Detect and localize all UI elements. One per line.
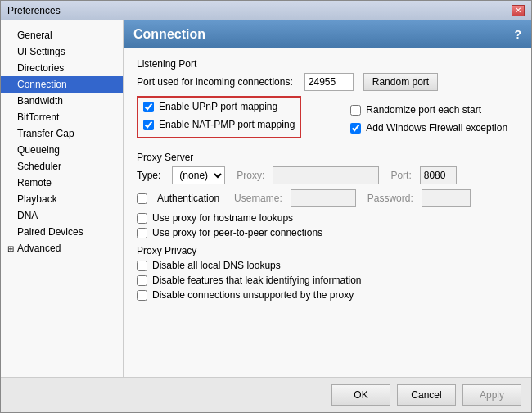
help-icon[interactable]: ?: [514, 28, 521, 41]
p2p-proxy-row: Use proxy for peer-to-peer connections: [137, 227, 518, 238]
password-input[interactable]: [422, 189, 471, 207]
sidebar-item-remote[interactable]: Remote: [1, 175, 123, 191]
proxy-privacy-label: Proxy Privacy: [137, 245, 518, 256]
close-button[interactable]: ✕: [512, 5, 525, 16]
port-used-label: Port used for incoming connections:: [137, 76, 293, 88]
sidebar-item-transfer-cap[interactable]: Transfer Cap: [1, 125, 123, 142]
panel-title: Connection: [133, 27, 205, 42]
proxy-type-select[interactable]: (none): [172, 166, 225, 184]
password-label: Password:: [367, 193, 413, 204]
leak-row: Disable features that leak identifying i…: [137, 275, 518, 286]
username-input[interactable]: [291, 189, 356, 207]
footer: OK Cancel Apply: [1, 377, 531, 412]
port-input[interactable]: [304, 73, 354, 91]
windows-firewall-row: Add Windows Firewall exception: [350, 122, 507, 134]
port-row: Port used for incoming connections: Rand…: [137, 73, 518, 91]
windows-firewall-checkbox[interactable]: [350, 123, 361, 134]
dns-lookup-label: Disable all local DNS lookups: [152, 260, 281, 271]
hostname-lookup-checkbox[interactable]: [137, 213, 147, 224]
port-mapping-group: Enable UPnP port mapping Enable NAT-PMP …: [137, 96, 301, 138]
sidebar-item-bandwidth[interactable]: Bandwidth: [1, 93, 123, 109]
randomize-port-checkbox[interactable]: [350, 105, 361, 116]
proxy-server-label: Proxy Server: [137, 152, 518, 163]
listening-port-section: Listening Port Port used for incoming co…: [137, 58, 518, 91]
unsupported-label: Disable connections unsupported by the p…: [152, 289, 354, 301]
sidebar-item-paired-devices[interactable]: Paired Devices: [1, 224, 123, 240]
main-panel: Connection ? Listening Port Port used fo…: [124, 20, 531, 377]
proxy-port-label: Port:: [390, 170, 411, 181]
sidebar-item-dna[interactable]: DNA: [1, 207, 123, 224]
p2p-proxy-label: Use proxy for peer-to-peer connections: [152, 227, 322, 238]
expand-icon: ⊞: [7, 244, 17, 253]
preferences-window: Preferences ✕ GeneralUI SettingsDirector…: [0, 0, 532, 413]
random-port-button[interactable]: Random port: [363, 73, 438, 91]
windows-firewall-label: Add Windows Firewall exception: [366, 122, 507, 134]
nat-pmp-checkbox-row: Enable NAT-PMP port mapping: [143, 119, 295, 130]
username-label: Username:: [234, 193, 282, 204]
randomize-port-label: Randomize port each start: [366, 104, 481, 116]
hostname-lookup-row: Use proxy for hostname lookups: [137, 212, 518, 224]
nat-pmp-label: Enable NAT-PMP port mapping: [159, 119, 295, 130]
upnp-checkbox-row: Enable UPnP port mapping: [143, 101, 295, 112]
sidebar-item-connection[interactable]: Connection: [1, 76, 123, 93]
unsupported-row: Disable connections unsupported by the p…: [137, 289, 518, 301]
proxy-privacy-section: Proxy Privacy Disable all local DNS look…: [137, 245, 518, 301]
proxy-type-row: Type: (none) Proxy: Port:: [137, 166, 518, 184]
sidebar-item-ui-settings[interactable]: UI Settings: [1, 43, 123, 60]
nat-pmp-checkbox[interactable]: [143, 120, 154, 130]
upnp-checkbox[interactable]: [143, 102, 154, 112]
cancel-button[interactable]: Cancel: [397, 384, 456, 406]
auth-checkbox[interactable]: [137, 193, 147, 204]
hostname-lookup-label: Use proxy for hostname lookups: [152, 212, 293, 224]
sidebar-item-queueing[interactable]: Queueing: [1, 142, 123, 158]
sidebar-item-scheduler[interactable]: Scheduler: [1, 158, 123, 175]
apply-button[interactable]: Apply: [462, 384, 521, 406]
sidebar-item-directories[interactable]: Directories: [1, 60, 123, 76]
auth-label: Authentication: [157, 193, 219, 204]
panel-header: Connection ?: [124, 20, 531, 48]
proxy-field-label: Proxy:: [237, 170, 264, 181]
listening-port-label: Listening Port: [137, 58, 518, 70]
upnp-label: Enable UPnP port mapping: [159, 101, 277, 112]
leak-label: Disable features that leak identifying i…: [152, 275, 361, 286]
window-title: Preferences: [7, 5, 61, 16]
dns-lookup-row: Disable all local DNS lookups: [137, 260, 518, 271]
unsupported-checkbox[interactable]: [137, 290, 147, 301]
auth-row: Authentication Username: Password:: [137, 189, 518, 207]
main-content: GeneralUI SettingsDirectoriesConnectionB…: [1, 20, 531, 377]
sidebar-item-general[interactable]: General: [1, 27, 123, 43]
dns-lookup-checkbox[interactable]: [137, 261, 147, 271]
titlebar: Preferences ✕: [1, 1, 531, 20]
ok-button[interactable]: OK: [331, 384, 390, 406]
proxy-host-input[interactable]: [273, 166, 379, 184]
sidebar: GeneralUI SettingsDirectoriesConnectionB…: [1, 20, 124, 377]
sidebar-item-advanced[interactable]: ⊞Advanced: [1, 240, 123, 256]
proxy-server-section: Proxy Server Type: (none) Proxy: Port: A: [137, 152, 518, 238]
proxy-port-input[interactable]: [420, 166, 457, 184]
p2p-proxy-checkbox[interactable]: [137, 228, 147, 238]
sidebar-item-bittorrent[interactable]: BitTorrent: [1, 109, 123, 125]
panel-content: Listening Port Port used for incoming co…: [124, 48, 531, 377]
sidebar-item-playback[interactable]: Playback: [1, 191, 123, 207]
leak-checkbox[interactable]: [137, 275, 147, 286]
type-label: Type:: [137, 170, 160, 181]
randomize-port-row: Randomize port each start: [350, 104, 507, 116]
